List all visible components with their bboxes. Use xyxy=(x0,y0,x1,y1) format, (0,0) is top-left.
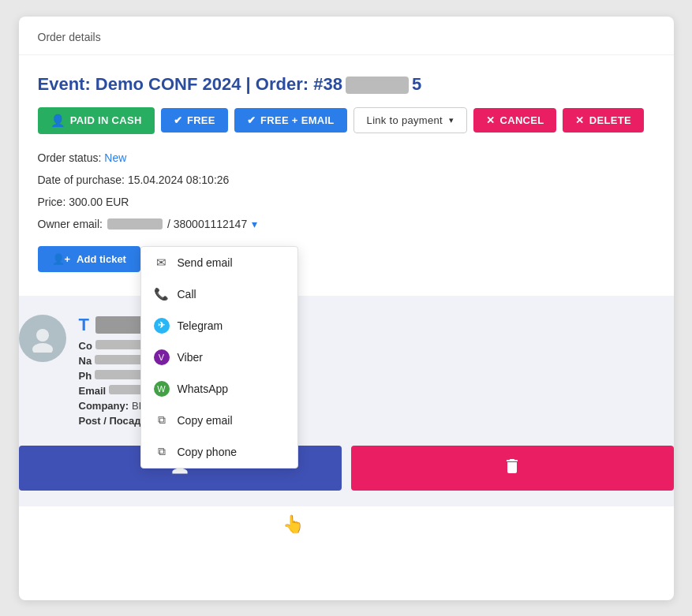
bottom-buttons xyxy=(19,446,674,491)
cancel-x-icon: ✕ xyxy=(486,114,495,126)
viber-label: Viber xyxy=(178,351,203,364)
send-email-label: Send email xyxy=(178,256,233,269)
avatar-icon xyxy=(28,324,57,353)
price-value: 300.00 EUR xyxy=(69,196,129,208)
date-value: 15.04.2024 08:10:26 xyxy=(128,174,229,186)
chevron-down-icon: ▾ xyxy=(449,115,454,125)
price-label: Price: xyxy=(38,196,66,208)
delete-label: DELETE xyxy=(589,114,631,126)
lower-section: T Co Na Ph Email xyxy=(19,296,674,506)
order-price-row: Price: 300.00 EUR xyxy=(38,191,655,213)
trash-icon xyxy=(503,457,522,480)
delete-button[interactable]: ✕ DELETE xyxy=(563,108,643,133)
copy-phone-label: Copy phone xyxy=(178,446,238,458)
avatar xyxy=(19,315,66,362)
call-label: Call xyxy=(178,288,196,301)
order-status-row: Order status: New xyxy=(38,147,655,169)
svg-point-0 xyxy=(36,329,49,342)
free-email-label: FREE + EMAIL xyxy=(260,114,335,126)
free-check-icon: ✔ xyxy=(174,114,182,126)
link-payment-button[interactable]: Link to payment ▾ xyxy=(353,107,468,133)
copy-email-icon: ⧉ xyxy=(154,413,170,428)
title-prefix: Event: Demo CONF 2024 | Order: #38 xyxy=(38,74,342,94)
dropdown-copy-email[interactable]: ⧉ Copy email xyxy=(141,405,297,436)
email-icon: ✉ xyxy=(154,255,170,271)
paid-cash-icon: 👤 xyxy=(50,114,65,128)
telegram-icon: ✈ xyxy=(154,318,170,334)
action-buttons-row: 👤 PAID IN CASH ✔ FREE ✔ FREE + EMAIL Lin… xyxy=(38,107,655,134)
cancel-button[interactable]: ✕ CANCEL xyxy=(473,108,556,133)
svg-point-1 xyxy=(32,343,53,353)
phone-icon: 📞 xyxy=(154,286,170,302)
link-payment-label: Link to payment xyxy=(367,114,443,126)
owner-email-blurred xyxy=(107,218,163,230)
status-value: New xyxy=(104,151,126,164)
cursor-pointer: 👆 xyxy=(282,514,304,535)
copy-email-label: Copy email xyxy=(178,414,233,427)
paid-cash-label: PAID IN CASH xyxy=(70,114,142,126)
free-email-button[interactable]: ✔ FREE + EMAIL xyxy=(234,108,347,133)
add-ticket-row: 👤+ Add ticket ✉ Send email 📞 Call xyxy=(38,246,655,272)
dropdown-call[interactable]: 📞 Call xyxy=(141,278,297,310)
paid-in-cash-button[interactable]: 👤 PAID IN CASH xyxy=(38,107,155,134)
delete-person-button[interactable] xyxy=(351,446,674,491)
add-ticket-button[interactable]: 👤+ Add ticket xyxy=(38,246,140,272)
cancel-label: CANCEL xyxy=(500,114,544,126)
delete-x-icon: ✕ xyxy=(575,114,584,126)
person-card: T Co Na Ph Email xyxy=(19,315,674,430)
main-content: Event: Demo CONF 2024 | Order: #385 👤 PA… xyxy=(19,55,674,288)
owner-phone: / 380001112147 xyxy=(167,213,247,235)
copy-phone-icon: ⧉ xyxy=(154,444,170,460)
free-email-check-icon: ✔ xyxy=(247,114,256,126)
order-date-row: Date of purchase: 15.04.2024 08:10:26 xyxy=(38,169,655,191)
order-details-card: Order details Event: Demo CONF 2024 | Or… xyxy=(19,17,674,600)
date-label: Date of purchase: xyxy=(38,174,125,186)
owner-email-row: Owner email: / 380001112147 ▾ xyxy=(38,213,655,235)
free-label: FREE xyxy=(187,114,215,126)
breadcrumb: Order details xyxy=(19,17,674,55)
whatsapp-icon: W xyxy=(154,381,170,397)
order-title: Event: Demo CONF 2024 | Order: #385 xyxy=(38,74,655,95)
dropdown-telegram[interactable]: ✈ Telegram xyxy=(141,310,297,342)
dropdown-viber[interactable]: V Viber xyxy=(141,342,297,373)
viber-icon: V xyxy=(154,349,170,365)
breadcrumb-text: Order details xyxy=(38,31,101,43)
telegram-label: Telegram xyxy=(178,319,223,332)
add-ticket-label: Add ticket xyxy=(77,253,126,265)
status-label: Order status: xyxy=(38,151,105,164)
dropdown-send-email[interactable]: ✉ Send email xyxy=(141,247,297,278)
whatsapp-label: WhatsApp xyxy=(178,383,229,395)
title-suffix: 5 xyxy=(412,74,421,94)
order-info: Order status: New Date of purchase: 15.0… xyxy=(38,147,655,235)
free-button[interactable]: ✔ FREE xyxy=(161,108,228,133)
contact-dropdown-menu: ✉ Send email 📞 Call ✈ Telegram xyxy=(140,246,298,469)
dropdown-copy-phone[interactable]: ⧉ Copy phone xyxy=(141,436,297,468)
owner-chevron-icon[interactable]: ▾ xyxy=(252,213,257,235)
owner-label: Owner email: xyxy=(38,213,103,235)
dropdown-whatsapp[interactable]: W WhatsApp xyxy=(141,373,297,405)
add-person-icon: 👤+ xyxy=(52,253,71,265)
order-id-blurred xyxy=(346,77,409,94)
